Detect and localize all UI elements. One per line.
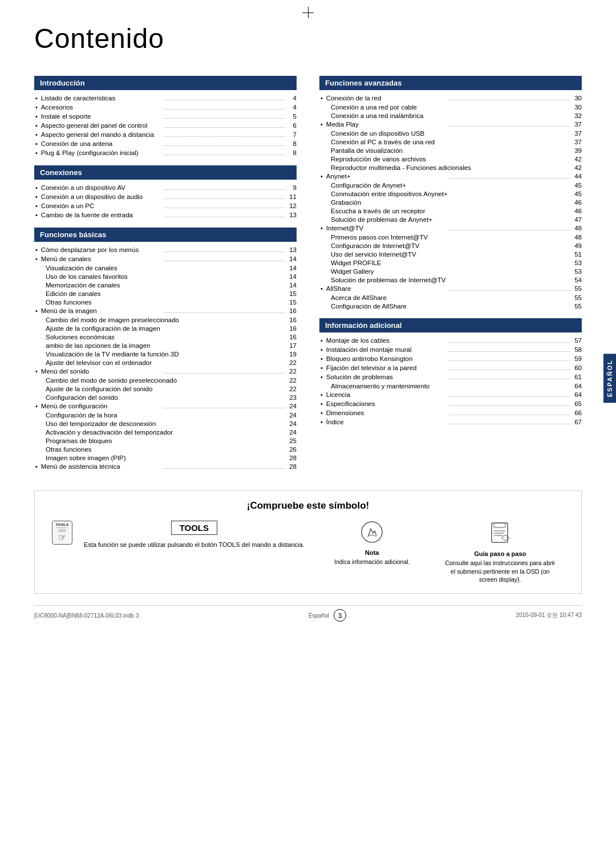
footer-language: Español (309, 612, 329, 619)
list-item: Conmutación entre dispositivos Anynet+ 4… (319, 189, 582, 198)
list-item: Dimensiones 66 (319, 408, 582, 417)
list-item: Cómo desplazarse por los menús 13 (34, 245, 297, 254)
list-item: Cambio del modo de sonido preseleccionad… (34, 376, 297, 384)
list-item: Configuración de la hora 24 (34, 411, 297, 419)
bottom-icons-row: TOOLS ☞ TOOLS Esta función se puede util… (52, 521, 564, 584)
guia-icon (488, 521, 512, 548)
toc-list-conexiones: Conexión a un dispositivo AV 9 Conexión … (34, 183, 297, 220)
list-item: Instalación del montaje mural 58 (319, 345, 582, 354)
list-item: Otras funciones 15 (34, 298, 297, 306)
page-number-circle: 3 (334, 609, 346, 622)
list-item: Visualización de canales 14 (34, 263, 297, 272)
list-item: Reproductor multimedia - Funciones adici… (319, 163, 582, 172)
list-item: Montaje de los cables 57 (319, 336, 582, 345)
list-item: Widget PROFILE 53 (319, 258, 582, 267)
footer-bar: [UC8000-NA]BN68-02712A-06L03.indb 3 Espa… (34, 605, 582, 622)
list-item: Visualización de la TV mediante la funci… (34, 350, 297, 358)
list-item: Reproducción de varios archivos 42 (319, 155, 582, 163)
nota-icon (360, 521, 383, 547)
bottom-section-title: ¡Compruebe este símbolo! (52, 500, 564, 512)
list-item: Activación y desactivación del temporiza… (34, 428, 297, 436)
list-item: Menú del sonido 22 (34, 367, 297, 376)
toc-list-introduccion: Listado de características 4 Accesorios … (34, 94, 297, 157)
list-item: Configuración de Anynet+ 45 (319, 181, 582, 189)
list-item: Aspecto general del mando a distancia 7 (34, 130, 297, 139)
list-item: Solución de problemas 61 (319, 372, 582, 382)
list-item: Índice 67 (319, 417, 582, 427)
section-header-funciones-basicas: Funciones básicas (34, 228, 297, 242)
list-item: Conexión de una antena 8 (34, 139, 297, 148)
right-column: Funciones avanzadas Conexión de la red 3… (319, 68, 582, 473)
list-item: Accesorios 4 (34, 103, 297, 112)
list-item: Edición de canales 15 (34, 289, 297, 298)
guia-item: Guía paso a paso Consulte aquí las instr… (436, 521, 565, 584)
list-item: Conexión de la red 30 (319, 94, 582, 103)
list-item: Conexión a una red por cable 30 (319, 103, 582, 111)
toc-list-funciones-avanzadas: Conexión de la red 30 Conexión a una red… (319, 94, 582, 310)
list-item: Conexión de un dispositivo USB 37 (319, 129, 582, 137)
list-item: Fijación del televisor a la pared 60 (319, 363, 582, 372)
list-item: Conexión a una red inalámbrica 32 (319, 111, 582, 120)
list-item: Especificaciones 65 (319, 399, 582, 408)
list-item: Uso de los canales favoritos 14 (34, 272, 297, 281)
tools-description: Esta función se puede utilizar pulsando … (84, 541, 305, 549)
page-title: Contenido (34, 23, 582, 54)
list-item: Conexión a un dispositivo AV 9 (34, 183, 297, 192)
page-number-area: Español 3 (309, 609, 346, 622)
section-header-funciones-avanzadas: Funciones avanzadas (319, 76, 582, 90)
list-item: Otras funciones 26 (34, 445, 297, 453)
section-header-introduccion: Introducción (34, 76, 297, 90)
list-item: Acerca de AllShare 55 (319, 293, 582, 302)
tools-label: TOOLS (171, 521, 217, 535)
list-item: Ajuste de la configuración del sonido 22 (34, 384, 297, 393)
list-item: Aspecto general del panel de control 6 (34, 121, 297, 130)
page-number: 3 (338, 611, 342, 620)
footer-left: [UC8000-NA]BN68-02712A-06L03.indb 3 (34, 612, 139, 619)
nota-item: Nota Indica información adicional. (308, 521, 436, 566)
list-item: Bloqueo antirrobo Kensington 59 (319, 354, 582, 363)
guia-label: Guía paso a paso (474, 550, 526, 557)
list-item: Programas de bloqueo 25 (34, 436, 297, 445)
list-item: Conexión al PC a través de una red 37 (319, 137, 582, 146)
list-item: Menú de configuración 24 (34, 401, 297, 411)
list-item: Configuración de AllShare 55 (319, 302, 582, 310)
guia-description: Consulte aquí las instrucciones para abr… (443, 559, 557, 584)
nota-description: Indica información adicional. (334, 558, 410, 566)
list-item: Cambio de la fuente de entrada 13 (34, 210, 297, 220)
list-item: Ajuste del televisor con el ordenador 22 (34, 358, 297, 367)
list-item: Conexión a un PC 12 (34, 201, 297, 210)
list-item: Memorización de canales 14 (34, 281, 297, 289)
list-item: Media Play 37 (319, 120, 582, 129)
tools-item: TOOLS ☞ TOOLS Esta función se puede util… (52, 521, 308, 549)
list-item: Solución de problemas de Anynet+ 47 (319, 215, 582, 224)
list-item: Listado de características 4 (34, 94, 297, 103)
list-item: Menú de asistencia técnica 28 (34, 462, 297, 471)
list-item: Ajuste de la configuración de la imagen … (34, 324, 297, 332)
list-item: Uso del temporizador de desconexión 24 (34, 419, 297, 428)
left-column: Introducción Listado de características … (34, 68, 297, 473)
list-item: Almacenamiento y mantenimiento 64 (319, 382, 582, 390)
list-item: AllShare 55 (319, 284, 582, 293)
nota-label: Nota (365, 549, 379, 556)
list-item: Grabación 46 (319, 198, 582, 206)
list-item: Anynet+ 44 (319, 172, 582, 181)
section-header-informacion-adicional: Información adicional (319, 318, 582, 332)
toc-list-informacion-adicional: Montaje de los cables 57 Instalación del… (319, 336, 582, 427)
espanol-sidebar-tab: ESPAÑOL (603, 354, 616, 403)
list-item: ambio de las opciones de la imagen 17 (34, 341, 297, 350)
list-item: Plug & Play (configuración inicial) 8 (34, 148, 297, 157)
list-item: Cambio del modo de imagen preseleccionad… (34, 315, 297, 324)
list-item: Instale el soporte 5 (34, 112, 297, 121)
bottom-section: ¡Compruebe este símbolo! TOOLS ☞ TOOLS E… (34, 490, 582, 594)
list-item: Menú de canales 14 (34, 254, 297, 263)
list-item: Soluciones económicas 16 (34, 332, 297, 341)
crosshair-top (302, 7, 314, 18)
list-item: Configuración de Internet@TV 49 (319, 241, 582, 250)
section-header-conexiones: Conexiones (34, 165, 297, 180)
list-item: Pantalla de visualización 39 (319, 146, 582, 155)
list-item: Licencia 64 (319, 390, 582, 399)
list-item: Solución de problemas de Internet@TV 54 (319, 275, 582, 284)
list-item: Primeros pasos con Internet@TV 48 (319, 233, 582, 241)
svg-point-0 (362, 522, 382, 542)
list-item: Menú de la imagen 16 (34, 306, 297, 315)
